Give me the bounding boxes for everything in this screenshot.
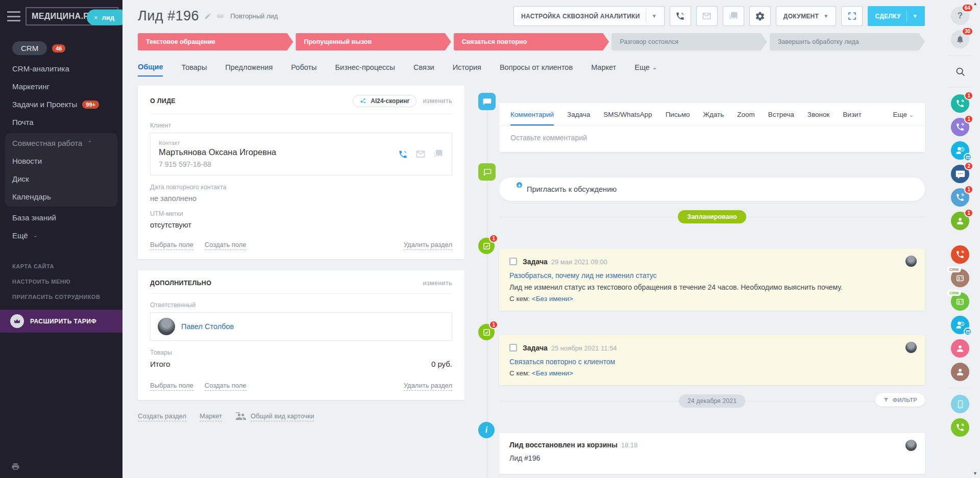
tab-history[interactable]: История xyxy=(453,63,481,77)
responsible-box[interactable]: Павел Столбов xyxy=(150,312,452,341)
sidebar-item-crm-analytics[interactable]: CRM-аналитика xyxy=(0,60,122,78)
about-edit-link[interactable]: изменить xyxy=(423,97,452,105)
create-deal-button[interactable]: СДЕЛКУ ▼ xyxy=(868,6,925,26)
rail-telephony-blue[interactable]: 1 xyxy=(951,188,969,207)
sidebar-link-configure-menu[interactable]: НАСТРОИТЬ МЕНЮ xyxy=(0,274,122,289)
edit-title-icon[interactable] xyxy=(204,13,211,20)
create-field-link[interactable]: Создать поле xyxy=(205,382,247,391)
timeline-tab-wait[interactable]: Ждать xyxy=(703,111,724,125)
tab-robots[interactable]: Роботы xyxy=(291,63,316,77)
sidebar-item-crm[interactable]: CRM46 xyxy=(0,37,122,60)
document-button[interactable]: ДОКУМЕНТ ▼ xyxy=(776,6,837,26)
scroll-up-icon[interactable]: ▲ xyxy=(973,1,977,6)
with-contact-link[interactable]: <Без имени> xyxy=(532,369,573,377)
delete-section-link[interactable]: Удалить раздел xyxy=(404,241,452,250)
contact-phone[interactable]: 7 915 597-16-88 xyxy=(159,160,276,168)
phone-icon[interactable] xyxy=(398,149,408,159)
email-icon[interactable] xyxy=(415,149,426,159)
expand-button[interactable] xyxy=(841,6,863,26)
market-link[interactable]: Маркет xyxy=(200,412,222,421)
rail-telephony-teal[interactable]: 1 xyxy=(951,94,969,113)
select-field-link[interactable]: Выбрать поле xyxy=(150,241,193,250)
sidebar-item-mail[interactable]: Почта xyxy=(0,113,122,131)
ai-scoring-button[interactable]: AI24-скоринг xyxy=(353,95,416,107)
timeline-tab-sms[interactable]: SMS/WhatsApp xyxy=(603,111,652,125)
rail-crm-green[interactable]: CRM xyxy=(951,292,969,311)
sidebar-item-more[interactable]: Ещё⌄ xyxy=(0,227,122,244)
rail-contact-brown[interactable] xyxy=(951,363,969,381)
timeline-tab-meeting[interactable]: Встреча xyxy=(768,111,794,125)
settings-gear-button[interactable] xyxy=(749,6,771,26)
tab-general[interactable]: Общие xyxy=(138,63,163,77)
call-button[interactable] xyxy=(670,6,691,26)
chevron-down-icon[interactable]: ▼ xyxy=(652,13,657,19)
stage-talk-done[interactable]: Разговор состоялся xyxy=(611,33,767,51)
timeline-tab-zoom[interactable]: Zoom xyxy=(737,111,755,125)
sidebar-item-collaboration[interactable]: Совместная работа⌃ xyxy=(5,134,117,152)
rail-contact-green[interactable]: 1 xyxy=(951,212,969,230)
stage-missed-call[interactable]: Пропущенный вызов xyxy=(296,33,451,51)
sidebar-item-news[interactable]: Новости xyxy=(5,152,117,170)
timeline-tab-call[interactable]: Звонок xyxy=(807,111,830,125)
rail-notifications[interactable]: 30 xyxy=(951,30,969,48)
contact-name[interactable]: Мартьянова Оксана Игоревна xyxy=(159,147,276,157)
rail-group-chat[interactable]: 2 xyxy=(951,165,969,183)
upgrade-tariff-button[interactable]: РАСШИРИТЬ ТАРИФ xyxy=(0,310,122,333)
rail-telephony-red[interactable] xyxy=(951,245,969,264)
card-view-link[interactable]: Общий вид карточки xyxy=(251,412,314,421)
responsible-name-link[interactable]: Павел Столбов xyxy=(181,322,234,331)
rail-telephony-purple[interactable]: 1 xyxy=(951,118,969,136)
chevron-down-icon[interactable]: ▼ xyxy=(913,13,918,19)
sidebar-item-knowledge-base[interactable]: База знаний xyxy=(0,209,122,227)
tab-bizproc[interactable]: Бизнес-процессы xyxy=(335,63,396,77)
tab-market[interactable]: Маркет xyxy=(591,63,616,77)
task-subject-link[interactable]: Связаться повторно с клиентом xyxy=(509,358,915,366)
sidebar-item-disk[interactable]: Диск xyxy=(5,170,117,188)
select-field-link[interactable]: Выбрать поле xyxy=(150,382,193,391)
comment-input[interactable]: Оставьте комментарий xyxy=(499,126,925,152)
email-button[interactable] xyxy=(696,6,718,26)
scroll-down-icon[interactable]: ▼ xyxy=(973,471,977,476)
task-subject-link[interactable]: Разобраться, почему лид не изменил стату… xyxy=(509,271,915,280)
contact-box[interactable]: Контакт Мартьянова Оксана Игоревна 7 915… xyxy=(150,133,452,175)
rail-client-activity[interactable] xyxy=(951,141,969,160)
tab-quotes[interactable]: Предложения xyxy=(225,63,273,77)
chat-button[interactable] xyxy=(723,6,744,26)
sidebar-item-tasks-projects[interactable]: Задачи и Проекты99+ xyxy=(0,95,122,113)
delete-section-link[interactable]: Удалить раздел xyxy=(404,382,452,391)
stage-text-request[interactable]: Текстовое обращение xyxy=(138,33,293,51)
tab-more[interactable]: Еще⌄ xyxy=(634,63,657,77)
rail-help[interactable]: ?64 xyxy=(951,7,969,25)
invite-to-discussion[interactable]: + Пригласить к обсуждению xyxy=(499,178,925,201)
lead-page-tab[interactable]: × лид xyxy=(87,10,122,26)
tab-client-questions[interactable]: Вопросы от клиентов xyxy=(500,63,573,77)
tab-links[interactable]: Связи xyxy=(413,63,434,77)
card-view-item[interactable]: Общий вид карточки xyxy=(235,412,314,421)
rail-client-activity-2[interactable] xyxy=(951,316,969,334)
rail-crm-brown[interactable]: CRM xyxy=(951,269,969,287)
task-checkbox[interactable] xyxy=(509,344,517,351)
rail-callback-green[interactable] xyxy=(951,418,969,437)
sidebar-item-marketing[interactable]: Маркетинг xyxy=(0,78,122,95)
analytics-settings-button[interactable]: НАСТРОЙКА СКВОЗНОЙ АНАЛИТИКИ ▼ xyxy=(513,6,665,26)
filter-button[interactable]: ФИЛЬТР xyxy=(875,393,925,407)
sidebar-item-calendar[interactable]: Календарь xyxy=(5,188,117,206)
timeline-tab-visit[interactable]: Визит xyxy=(843,111,861,125)
timeline-tab-task[interactable]: Задача xyxy=(567,111,590,125)
tab-products[interactable]: Товары xyxy=(181,63,207,77)
printer-icon[interactable] xyxy=(11,462,111,471)
rail-mobile-app[interactable] xyxy=(951,395,969,413)
close-icon[interactable]: × xyxy=(94,14,98,21)
task-checkbox[interactable] xyxy=(509,258,517,265)
rail-search[interactable] xyxy=(951,62,969,81)
create-field-link[interactable]: Создать поле xyxy=(205,241,247,250)
rail-contact-pink[interactable] xyxy=(951,339,969,358)
copy-link-icon[interactable] xyxy=(216,12,224,20)
stage-finish-lead[interactable]: Завершить обработку лида xyxy=(770,33,925,51)
additional-edit-link[interactable]: изменить xyxy=(423,280,452,287)
stage-contact-again[interactable]: Связаться повторно xyxy=(454,33,609,51)
with-contact-link[interactable]: <Без имени> xyxy=(532,295,573,303)
sidebar-link-sitemap[interactable]: КАРТА САЙТА xyxy=(0,259,122,274)
timeline-tab-letter[interactable]: Письмо xyxy=(666,111,690,125)
create-section-link[interactable]: Создать раздел xyxy=(138,412,186,421)
